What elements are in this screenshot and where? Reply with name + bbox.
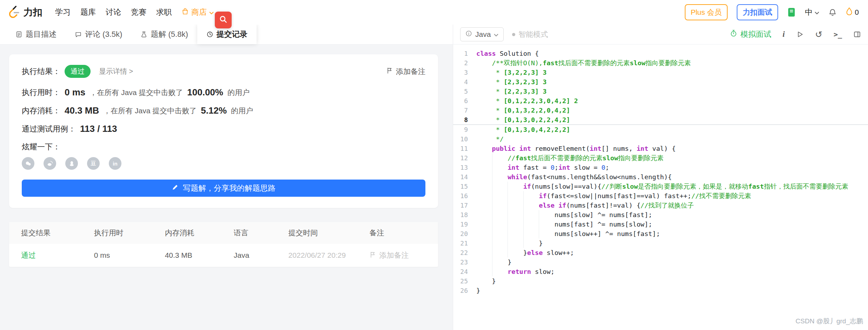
search-button[interactable] [215,12,232,28]
weibo-share-icon[interactable] [44,157,56,170]
layout-collapse-icon[interactable] [853,31,861,38]
code-line-content: * [0,1,2,2,3,0,4,2] 2 [476,96,578,106]
testcase-label: 通过测试用例： [22,124,76,134]
showoff-row: 炫耀一下： [22,142,425,152]
code-line[interactable]: 13 int fast = 0;int slow = 0; [453,163,868,172]
code-line[interactable]: 22 }else slow++; [453,248,868,257]
nav-item-jobs[interactable]: 求职 [156,7,172,18]
smart-mode-label: 智能模式 [518,29,548,39]
nav-item-contest[interactable]: 竞赛 [131,7,146,18]
code-line[interactable]: 5 * [2,2,3,3] 3 [453,87,868,96]
row-add-note-button[interactable]: 添加备注 [369,250,426,260]
brand[interactable]: 力扣 [9,5,42,20]
line-number: 7 [453,106,476,115]
code-editor[interactable]: 1class Solution {2 /**双指针O(N),fast找后面不需要… [453,45,868,295]
row-memory: 40.3 MB [165,251,234,260]
run-play-icon[interactable] [796,31,804,38]
add-note-button[interactable]: 添加备注 [386,67,425,76]
line-number: 25 [453,276,476,286]
tab-solutions[interactable]: 题解 (5.8k) [131,25,197,44]
code-line[interactable]: 23 } [453,257,868,267]
showoff-label: 炫耀一下： [22,142,60,152]
info-icon[interactable]: i [783,30,785,39]
code-line[interactable]: 16 if(fast<=slow||nums[fast]==val) fast+… [453,191,868,201]
nav-item-store[interactable]: 商店 [181,7,214,18]
line-number: 26 [453,286,476,295]
code-line[interactable]: 3 * [3,2,2,3] 3 [453,68,868,77]
code-line[interactable]: 21 } [453,238,868,248]
code-line[interactable]: 1class Solution { [453,49,868,58]
terminal-icon[interactable]: >_ [834,30,842,39]
language-select[interactable]: Java [460,27,504,41]
reset-code-icon[interactable]: ↺ [815,29,822,40]
code-line-content: * [2,2,3,3] 3 [476,87,547,96]
line-number: 17 [453,201,476,210]
show-detail-link[interactable]: 显示详情 > [99,67,133,76]
code-line[interactable]: 19 nums[fast] ^= nums[slow]; [453,220,868,229]
code-line[interactable]: 8 * [0,1,3,0,2,2,4,2] [453,115,868,125]
wechat-share-icon[interactable] [22,157,34,170]
leetcode-interview-button[interactable]: 力扣面试 [737,4,778,20]
code-line-content: }else slow++; [476,248,574,257]
code-line[interactable]: 26} [453,286,868,295]
tab-label: 提交记录 [217,29,247,40]
flag-icon [369,251,376,260]
column-header: 提交结果 [21,228,94,238]
code-line[interactable]: 2 /**双指针O(N),fast找后面不需要删除的元素slow指向要删除元素 [453,58,868,68]
mock-interview-label: 模拟面试 [741,29,771,40]
code-line[interactable]: 12 //fast找后面不需要删除的元素slow指向要删除元素 [453,153,868,163]
code-line[interactable]: 25 } [453,276,868,286]
smart-mode-toggle[interactable]: 智能模式 [512,29,548,39]
code-line[interactable]: 17 else if(nums[fast]!=val) {//找到了就换位子 [453,201,868,210]
nav-item-learn[interactable]: 学习 [55,7,71,18]
code-line[interactable]: 14 while(fast<nums.length&&slow<nums.len… [453,172,868,182]
tab-comments[interactable]: 评论 (3.5k) [66,25,131,44]
mode-dot-icon [512,33,515,36]
code-line[interactable]: 11 public int removeElement(int[] nums, … [453,144,868,153]
code-line[interactable]: 10 */ [453,134,868,144]
search-icon [219,15,228,25]
mock-interview-button[interactable]: 模拟面试 [730,29,771,40]
code-line-content: } [476,276,496,286]
line-number: 2 [453,58,476,68]
chevron-down-icon [494,30,498,39]
plus-member-button[interactable]: Plus 会员 [685,4,728,20]
code-line[interactable]: 15 if(nums[slow]==val){//判断slow是否指向要删除元素… [453,182,868,191]
code-line[interactable]: 20 nums[slow++] ^= nums[fast]; [453,229,868,238]
qq-share-icon[interactable] [65,157,78,170]
notifications-bell-icon[interactable] [828,8,837,17]
tab-description[interactable]: 题目描述 [6,25,66,44]
write-solution-button[interactable]: 写题解，分享我的解题思路 [22,180,425,197]
line-number: 19 [453,220,476,229]
watermark-text: CSDN @股丿grd_志鹏 [796,317,863,326]
code-line-content: * [2,3,2,3] 3 [476,77,547,87]
app-icon[interactable] [787,7,796,17]
line-number: 6 [453,96,476,106]
douban-share-icon[interactable]: 豆 [87,157,100,170]
code-line[interactable]: 4 * [2,3,2,3] 3 [453,77,868,87]
code-line-content: class Solution { [476,49,539,58]
language-switcher[interactable]: 中 [805,7,819,18]
navbar-right: Plus 会员 力扣面试 中 0 [685,4,859,20]
linkedin-share-icon[interactable]: in [109,157,121,170]
chevron-down-icon [815,8,819,17]
coin-counter[interactable]: 0 [846,7,859,18]
submission-panel: 执行结果： 通过 显示详情 > 添加备注 执行用时： 0 ms ，在所有 Jav… [0,45,453,330]
clock-icon [206,31,213,38]
code-line[interactable]: 6 * [0,1,2,2,3,0,4,2] 2 [453,96,868,106]
write-solution-label: 写题解，分享我的解题思路 [183,183,276,194]
code-line[interactable]: 18 nums[slow] ^= nums[fast]; [453,210,868,220]
code-line[interactable]: 7 * [0,1,3,2,2,0,4,2] [453,106,868,115]
tab-toolbar-band: 题目描述评论 (3.5k)题解 (5.8k)提交记录 Java 智能模式 [0,25,868,45]
table-body: 通过0 ms40.3 MBJava2022/06/27 20:29添加备注 [9,244,438,267]
memory-value: 40.3 MB [65,105,99,116]
nav-item-problems[interactable]: 题库 [80,7,96,18]
code-line[interactable]: 24 return slow; [453,267,868,276]
line-number: 14 [453,172,476,182]
nav-item-discuss[interactable]: 讨论 [106,7,121,18]
top-navbar: 力扣 学习题库讨论竞赛求职 商店 Plus 会员 力扣面试 中 [0,0,868,25]
line-number: 24 [453,267,476,276]
row-status[interactable]: 通过 [21,250,94,260]
submission-row[interactable]: 通过0 ms40.3 MBJava2022/06/27 20:29添加备注 [9,244,438,267]
code-line[interactable]: 9 * [0,1,3,0,4,2,2,2] [453,125,868,134]
